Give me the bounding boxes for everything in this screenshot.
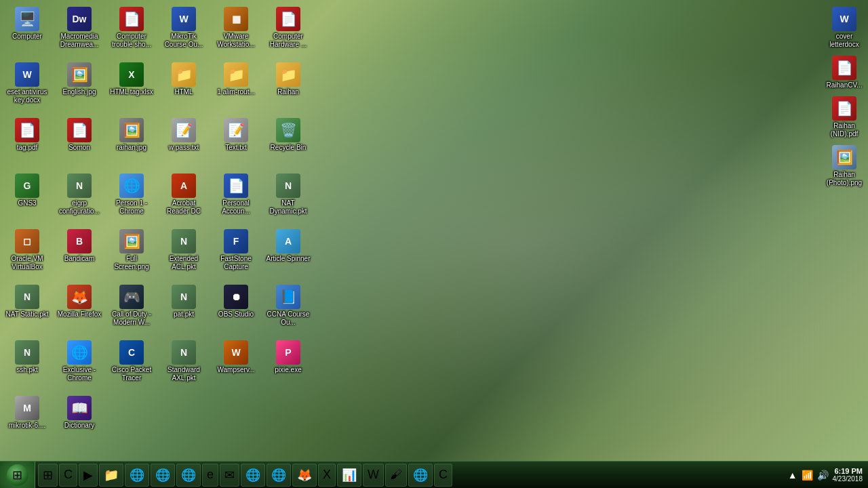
icon-label-ssh: ssh.pkt [16, 366, 38, 374]
taskbar-app-chrome3[interactable]: 🌐 [176, 464, 201, 487]
desktop-icon-extended-acl[interactable]: NExtended ACL.pkt [160, 226, 208, 280]
desktop-icon-full-screen[interactable]: 🖼️Full Screen.png [108, 226, 155, 280]
taskbar-app-excel[interactable]: X [318, 464, 336, 487]
desktop-icon-cisco-packet[interactable]: CCisco Packet Tracer [108, 337, 155, 391]
taskbar-app-cis[interactable]: C [434, 464, 452, 487]
icon-label-cover-letter: cover letterdocx [822, 33, 867, 49]
icon-label-raihan-photo: Raihan (Photo).png [822, 171, 867, 187]
desktop-icon-eigrp[interactable]: Neigrp configuratio... [56, 170, 103, 224]
desktop-icon-vmware[interactable]: ▦VMware Workstatio... [212, 3, 260, 58]
desktop-icon-oracle-vm[interactable]: ◻Oracle VM VirtualBox [3, 226, 51, 280]
icon-label-cisco-packet: Cisco Packet Tracer [109, 366, 154, 382]
icon-label-mozilla: Mozilla Firefox [58, 310, 101, 319]
desktop-icon-macromedia[interactable]: DwMacromedia Dreamwea... [56, 3, 103, 58]
desktop-icon-tag-pdf[interactable]: 📄tag.pdf [3, 115, 51, 169]
taskbar-app-ccleaner[interactable]: C [59, 464, 77, 487]
desktop-icon-pat[interactable]: Npat.pkt [160, 281, 208, 336]
clock-date: 4/23/2018 [833, 475, 863, 483]
desktop-icon-obs[interactable]: ⏺OBS Studio [212, 281, 260, 336]
taskbar-app-chrome6[interactable]: 🌐 [408, 464, 433, 487]
desktop-icon-english[interactable]: 🖼️English.jpg [56, 59, 103, 113]
icon-label-english: English.jpg [63, 88, 96, 96]
desktop-icon-exclusive[interactable]: 🌐Exclusive - Chrome [56, 337, 103, 391]
taskbar-app-start[interactable]: ⊞ [38, 464, 58, 487]
taskbar-app-chrome1[interactable]: 🌐 [125, 464, 149, 487]
desktop-icon-mozilla[interactable]: 🦊Mozilla Firefox [56, 281, 103, 336]
taskbar-app-chrome5[interactable]: 🌐 [267, 464, 291, 487]
desktop-icon-dictionary[interactable]: 📖Dictionary [56, 392, 103, 447]
icon-label-tag-pdf: tag.pdf [17, 144, 38, 152]
desktop-icon-recycle[interactable]: 🗑️Recycle Bin [264, 115, 312, 169]
desktop-icon-html2[interactable]: 📁HTML [160, 59, 208, 113]
icon-label-texttxt: Text.txt [225, 144, 247, 152]
icon-label-vmware: VMware Workstatio... [214, 33, 258, 49]
desktop-icon-computer-hw[interactable]: 📄Computer Hardware ... [264, 3, 312, 58]
desktop-icon-1alim[interactable]: 📁1 alim-rout... [212, 59, 260, 113]
taskbar-app-explorer[interactable]: 📁 [99, 464, 123, 487]
tray-volume[interactable]: 🔊 [817, 470, 829, 481]
icon-label-obs: OBS Studio [218, 310, 254, 319]
taskbar-app-word[interactable]: W [363, 464, 384, 487]
desktop-icon-article[interactable]: AArticle Spinner [264, 226, 312, 280]
desktop-icon-raihan-cv[interactable]: 📄RaihanCV... [821, 52, 868, 92]
desktop-icon-cover-letter[interactable]: Wcover letterdocx [821, 3, 868, 51]
taskbar-apps: ⊞C▶📁🌐🌐🌐e✉🌐🌐🦊X📊W🖌🌐C [35, 462, 783, 488]
taskbar: ⊞ ⊞C▶📁🌐🌐🌐e✉🌐🌐🦊X📊W🖌🌐C ▲ 📶 🔊 6:19 PM 4/23/… [0, 461, 868, 488]
desktop-icon-computer-trouble[interactable]: 📄Computer trouble sho... [108, 3, 155, 58]
desktop-icon-ssh[interactable]: Nssh.pkt [3, 337, 51, 391]
desktop-icon-somon[interactable]: 📄Somon [56, 115, 103, 169]
taskbar-app-network[interactable]: 📊 [337, 464, 361, 487]
icon-label-html2: HTML [174, 88, 193, 96]
desktop-icon-nat-dynamic[interactable]: NNAT Dynamic.pkt [264, 170, 312, 224]
tray-network[interactable]: 📶 [802, 470, 813, 481]
desktop-icon-mikrotik-app[interactable]: Mmikrotik-6.... [3, 392, 51, 447]
desktop-icon-raihan-photo[interactable]: 🖼️Raihan (Photo).png [821, 142, 868, 189]
desktop-icon-faststone[interactable]: FFastStone Capture [212, 226, 260, 280]
system-tray: ▲ 📶 🔊 6:19 PM 4/23/2018 [783, 462, 868, 488]
desktop-icon-pixie[interactable]: Ppixie.exe [264, 337, 312, 391]
icon-label-standard-axl: Standward AXL.pkt [161, 366, 206, 382]
icon-label-personal-acct: Personal Accoun... [214, 199, 258, 216]
desktop-icon-raihan-nid[interactable]: 📄Raihan (NID).pdf [821, 93, 868, 140]
desktop-icon-call-of-duty[interactable]: 🎮Call of Duty - Modern W... [108, 281, 155, 336]
icon-label-gns3: GNS3 [18, 199, 36, 207]
desktop-icon-eset[interactable]: Weset antivirus key.docx [3, 59, 51, 113]
desktop-icon-wpass[interactable]: 📝w pass.txt [160, 115, 208, 169]
icon-label-computer-hw: Computer Hardware ... [266, 33, 311, 49]
icon-label-html-tag: HTML tag.xlsx [110, 88, 153, 96]
desktop-icon-ccna[interactable]: 📘CCNA Course Ou... [264, 281, 312, 336]
start-button[interactable]: ⊞ [0, 462, 35, 489]
taskbar-app-media-player[interactable]: ▶ [79, 464, 98, 487]
desktop-icon-raihan-jpg[interactable]: 🖼️raihan.jpg [108, 115, 155, 169]
desktop-icon-gns3[interactable]: GGNS3 [3, 170, 51, 224]
icon-label-raihan-nid: Raihan (NID).pdf [822, 122, 867, 138]
desktop-icon-personal-acct[interactable]: 📄Personal Accoun... [212, 170, 260, 224]
system-clock[interactable]: 6:19 PM 4/23/2018 [833, 467, 863, 483]
icon-label-acrobat: Acrobat Reader DC [161, 199, 206, 216]
taskbar-app-chrome4[interactable]: 🌐 [241, 464, 265, 487]
taskbar-app-paint[interactable]: 🖌 [385, 464, 407, 487]
desktop-icon-wamp[interactable]: WWampserv... [212, 337, 260, 391]
taskbar-app-firefox[interactable]: 🦊 [292, 464, 317, 487]
desktop-icon-mikrotek[interactable]: WMikroTik Course Ou... [160, 3, 208, 58]
desktop-icon-acrobat[interactable]: AAcrobat Reader DC [160, 170, 208, 224]
icon-label-computer-trouble: Computer trouble sho... [109, 33, 154, 49]
desktop-icon-html-tag[interactable]: XHTML tag.xlsx [108, 59, 155, 113]
start-orb[interactable]: ⊞ [7, 464, 28, 486]
desktop-icon-nat-static[interactable]: NNAT Static.pkt [3, 281, 51, 336]
tray-show-hidden[interactable]: ▲ [788, 470, 797, 481]
desktop-icon-person1[interactable]: 🌐Person 1 - Chrome [108, 170, 155, 224]
desktop-icon-computer[interactable]: 🖥️Computer [3, 3, 51, 58]
icon-label-raihan-jpg: raihan.jpg [117, 144, 146, 152]
taskbar-app-ie[interactable]: e [202, 464, 218, 487]
desktop-icon-raihan[interactable]: 📁Raihan [264, 59, 312, 113]
icon-label-article: Article Spinner [266, 255, 310, 263]
icon-label-somon: Somon [68, 144, 90, 152]
desktop-icon-standard-axl[interactable]: NStandward AXL.pkt [160, 337, 208, 391]
taskbar-app-outlook[interactable]: ✉ [220, 464, 239, 487]
icon-label-dictionary: Dictionary [64, 422, 94, 430]
icon-label-ccna: CCNA Course Ou... [266, 310, 311, 327]
desktop-icon-texttxt[interactable]: 📝Text.txt [212, 115, 260, 169]
taskbar-app-chrome2[interactable]: 🌐 [151, 464, 175, 487]
desktop-icon-bandicam[interactable]: BBandicam [56, 226, 103, 280]
